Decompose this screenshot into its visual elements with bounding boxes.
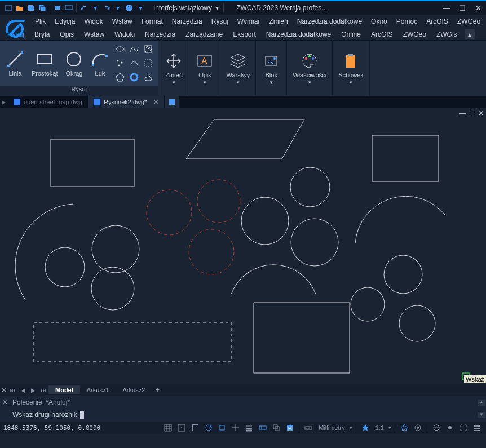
undo-dd-icon[interactable]: ▾: [90, 3, 100, 13]
menu-narzedzia-dod[interactable]: Narzędzia dodatkowe: [293, 15, 366, 28]
minimize-button[interactable]: —: [439, 1, 454, 15]
tool-prostokat[interactable]: Prostokąt: [29, 48, 60, 78]
drawing-canvas[interactable]: — ◻ ✕: [0, 108, 486, 384]
menu-widok[interactable]: Widok: [79, 15, 107, 28]
close-tab-icon[interactable]: ✕: [153, 99, 158, 106]
tab-opis[interactable]: Opis: [55, 29, 79, 40]
new-doc-button[interactable]: [165, 96, 179, 108]
tab-zwgis[interactable]: ZWGis: [431, 29, 462, 40]
point-icon[interactable]: [114, 57, 126, 69]
polar-icon[interactable]: [203, 423, 214, 433]
tab-eksport[interactable]: Eksport: [228, 29, 261, 40]
customize-icon[interactable]: [471, 423, 483, 433]
new-icon[interactable]: [3, 3, 14, 13]
hatch-icon[interactable]: [142, 43, 154, 55]
donut-icon[interactable]: [128, 71, 140, 83]
tool-zmien[interactable]: Zmień ▾: [162, 50, 185, 86]
nav-last-icon[interactable]: ⏭: [38, 384, 48, 396]
tool-schowek[interactable]: Schowek ▾: [336, 50, 366, 86]
layout-tab-ark2[interactable]: Arkusz2: [116, 385, 152, 394]
cmd-close-icon[interactable]: ✕: [0, 398, 10, 406]
tool-luk[interactable]: Łuk: [88, 48, 112, 78]
ws-icon[interactable]: [431, 423, 442, 433]
units-icon[interactable]: 0.0: [303, 423, 314, 433]
tool-opis[interactable]: A Opis ▾: [193, 50, 217, 86]
units-label[interactable]: Millimetry: [316, 424, 347, 431]
menu-format[interactable]: Format: [137, 15, 167, 28]
menu-okno[interactable]: Okno: [366, 15, 392, 28]
doc-tab-active[interactable]: Rysunek2.dwg* ✕: [88, 96, 164, 108]
cmd-prompt[interactable]: Wskaż drugi narożnik:: [10, 411, 84, 419]
tool-okrag[interactable]: Okrąg: [62, 48, 86, 78]
tab-zarzadzanie[interactable]: Zarządzanie: [180, 29, 228, 40]
nav-prev-icon[interactable]: ◀: [18, 384, 28, 396]
annoauto-icon[interactable]: [412, 423, 423, 433]
maximize-button[interactable]: ☐: [454, 1, 470, 15]
tool-blok[interactable]: Blok ▾: [259, 50, 283, 86]
close-button[interactable]: ✕: [470, 1, 486, 15]
preview-icon[interactable]: [64, 3, 74, 13]
cmd-scroll-down[interactable]: ▼: [478, 412, 485, 418]
ribbon-collapse-button[interactable]: ▴: [465, 29, 475, 39]
open-icon[interactable]: [15, 3, 25, 13]
annoscale-icon[interactable]: [360, 423, 371, 433]
layout-add-button[interactable]: +: [152, 386, 163, 394]
revcloud-icon[interactable]: [142, 71, 154, 83]
layout-close-icon[interactable]: ✕: [0, 386, 8, 394]
cmd-scroll-up[interactable]: ▲: [478, 400, 485, 406]
plot-icon[interactable]: [52, 3, 63, 13]
annovis-icon[interactable]: [399, 423, 410, 433]
polyline-icon[interactable]: [128, 57, 140, 69]
region-icon[interactable]: [142, 57, 154, 69]
doc-tab-inactive[interactable]: open-street-map.dwg: [8, 96, 88, 108]
menu-zmien[interactable]: Zmień: [264, 15, 292, 28]
isolate-icon[interactable]: [444, 423, 456, 433]
tab-bryla[interactable]: Bryła: [29, 29, 55, 40]
tab-wstaw[interactable]: Wstaw: [79, 29, 109, 40]
menu-arcgis[interactable]: ArcGIS: [422, 15, 453, 28]
model-icon[interactable]: M: [284, 423, 295, 433]
snap-icon[interactable]: [176, 423, 187, 433]
osnap-icon[interactable]: [217, 423, 228, 433]
layout-tab-model[interactable]: Model: [48, 385, 80, 394]
scale-label[interactable]: 1:1: [373, 424, 386, 431]
tab-online[interactable]: Online: [336, 29, 366, 40]
ortho-icon[interactable]: [189, 423, 201, 433]
redo-dd-icon[interactable]: ▾: [113, 3, 123, 13]
lwt-icon[interactable]: [244, 423, 255, 433]
cycle-icon[interactable]: [271, 423, 282, 433]
save-icon[interactable]: [26, 3, 36, 13]
tab-narzedzia[interactable]: Narzędzia: [140, 29, 180, 40]
tab-arcgis[interactable]: ArcGIS: [366, 29, 398, 40]
tool-warstwy[interactable]: Warstwy ▾: [224, 50, 252, 86]
nav-first-icon[interactable]: ⏮: [8, 384, 18, 396]
qat-dd-icon[interactable]: ▾: [135, 3, 145, 13]
tool-wlasciwosci[interactable]: Właściwości ▾: [290, 50, 329, 86]
redo-icon[interactable]: [101, 3, 112, 13]
menu-wymiar[interactable]: Wymiar: [233, 15, 265, 28]
app-logo[interactable]: [2, 15, 28, 39]
menu-edycja[interactable]: Edycja: [50, 15, 79, 28]
saveall-icon[interactable]: [37, 3, 47, 13]
tab-zwgeo[interactable]: ZWGeo: [398, 29, 431, 40]
ellipse-icon[interactable]: [114, 43, 126, 55]
layout-tab-ark1[interactable]: Arkusz1: [80, 385, 116, 394]
doc-tab-pin-icon[interactable]: ▸: [0, 98, 8, 106]
menu-wstaw[interactable]: Wstaw: [108, 15, 137, 28]
menu-narzedzia[interactable]: Narzędzia: [167, 15, 207, 28]
tool-linia[interactable]: Linia: [3, 48, 27, 78]
menu-zwgeo[interactable]: ZWGeo: [453, 15, 485, 28]
undo-icon[interactable]: [79, 3, 89, 13]
tab-narzedzia-dod[interactable]: Narzędzia dodatkowe: [261, 29, 336, 40]
help-icon[interactable]: ?: [124, 3, 134, 13]
fullscreen-icon[interactable]: [458, 423, 469, 433]
tab-widoki[interactable]: Widoki: [109, 29, 140, 40]
interface-dropdown[interactable]: Interfejs wstążkowy ▾: [150, 3, 222, 13]
menu-plik[interactable]: Plik: [30, 15, 50, 28]
dyn-icon[interactable]: [257, 423, 268, 433]
menu-rysuj[interactable]: Rysuj: [207, 15, 233, 28]
otrack-icon[interactable]: [230, 423, 241, 433]
menu-pomoc[interactable]: Pomoc: [392, 15, 422, 28]
grid-icon[interactable]: [162, 423, 174, 433]
nav-next-icon[interactable]: ▶: [28, 384, 38, 396]
